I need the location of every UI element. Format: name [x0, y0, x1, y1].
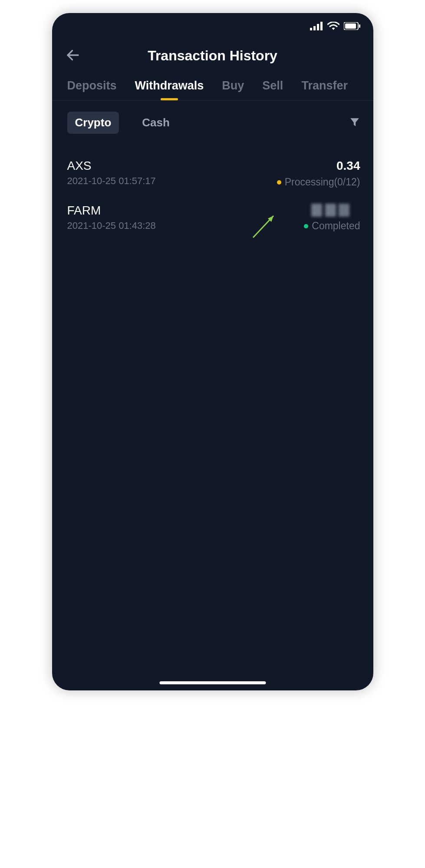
transaction-symbol: AXS — [67, 159, 156, 173]
transaction-left: FARM 2021-10-25 01:43:28 — [67, 204, 156, 232]
transaction-status: Completed — [304, 220, 360, 232]
transaction-symbol: FARM — [67, 204, 156, 218]
status-dot-icon — [304, 224, 308, 228]
signal-icon — [310, 22, 323, 30]
filter-row: Crypto Cash — [52, 101, 373, 145]
transaction-row[interactable]: FARM 2021-10-25 01:43:28 Completed — [67, 196, 360, 240]
transaction-list: AXS 2021-10-25 01:57:17 0.34 Processing(… — [52, 145, 373, 240]
back-button[interactable] — [65, 47, 81, 65]
status-dot-icon — [277, 180, 281, 185]
svg-rect-1 — [313, 26, 316, 30]
header: Transaction History — [52, 39, 373, 75]
svg-rect-3 — [320, 22, 323, 30]
status-bar — [52, 13, 373, 39]
wifi-icon — [327, 22, 339, 30]
transaction-right: 0.34 Processing(0/12) — [277, 159, 360, 188]
svg-rect-0 — [310, 28, 312, 30]
transaction-status: Processing(0/12) — [277, 176, 360, 188]
filter-button[interactable] — [349, 116, 360, 129]
transaction-timestamp: 2021-10-25 01:57:17 — [67, 175, 156, 187]
tab-transfer[interactable]: Transfer — [301, 75, 348, 100]
page-title: Transaction History — [65, 48, 360, 64]
transaction-amount-redacted — [306, 204, 360, 217]
battery-icon — [344, 22, 360, 30]
transaction-right: Completed — [304, 204, 360, 232]
funnel-icon — [349, 116, 360, 128]
tab-deposits[interactable]: Deposits — [67, 75, 117, 100]
status-icons — [310, 22, 360, 30]
transaction-row[interactable]: AXS 2021-10-25 01:57:17 0.34 Processing(… — [67, 151, 360, 196]
svg-rect-2 — [317, 24, 319, 30]
pill-cash[interactable]: Cash — [134, 112, 178, 134]
arrow-left-icon — [65, 47, 81, 63]
tab-buy[interactable]: Buy — [222, 75, 244, 100]
pill-crypto[interactable]: Crypto — [67, 112, 119, 134]
transaction-amount: 0.34 — [336, 159, 360, 173]
asset-type-pills: Crypto Cash — [67, 112, 178, 134]
transaction-status-text: Processing(0/12) — [285, 176, 360, 188]
phone-frame: Transaction History Deposits Withdrawals… — [52, 13, 373, 690]
home-indicator[interactable] — [159, 681, 266, 684]
tab-withdrawals[interactable]: Withdrawals — [135, 75, 204, 100]
transaction-left: AXS 2021-10-25 01:57:17 — [67, 159, 156, 188]
tabs: Deposits Withdrawals Buy Sell Transfer — [52, 75, 373, 101]
svg-rect-5 — [345, 23, 356, 29]
transaction-status-text: Completed — [312, 220, 360, 232]
svg-rect-6 — [359, 24, 360, 28]
tab-sell[interactable]: Sell — [262, 75, 283, 100]
transaction-timestamp: 2021-10-25 01:43:28 — [67, 220, 156, 231]
